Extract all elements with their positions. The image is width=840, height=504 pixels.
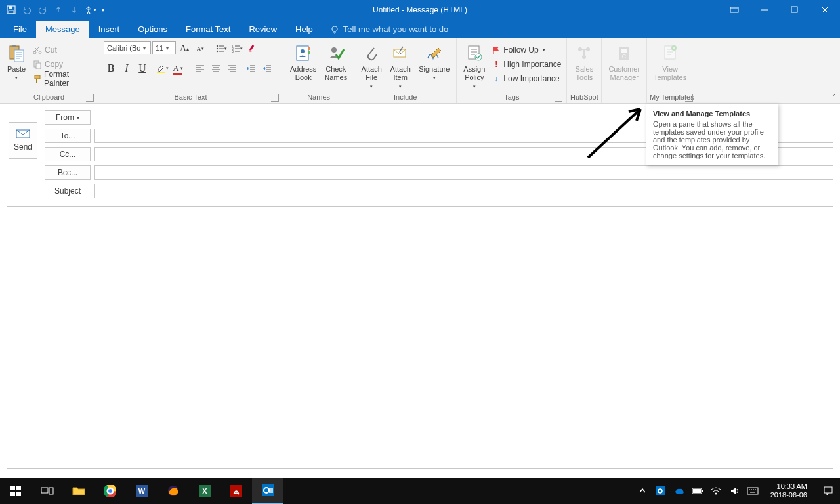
signature-button[interactable]: Signature ▾ (415, 41, 453, 83)
cc-button[interactable]: Cc... (45, 147, 91, 161)
tab-insert[interactable]: Insert (89, 21, 129, 38)
qat-customize-icon[interactable]: ▾ (98, 3, 108, 17)
font-size-combo[interactable]: 11▾ (152, 41, 176, 54)
acrobat-icon (230, 485, 242, 497)
group-label-hubspot: HubSpot (570, 92, 598, 103)
bcc-button[interactable]: Bcc... (45, 165, 91, 180)
low-importance-button[interactable]: ↓Low Importance (489, 72, 564, 86)
send-label: Send (14, 142, 32, 152)
bullets-button[interactable]: ▾ (214, 41, 228, 56)
maximize-button[interactable] (780, 0, 810, 20)
tab-format-text[interactable]: Format Text (177, 21, 240, 38)
accessibility-icon[interactable]: ▾ (83, 3, 97, 17)
dialog-launcher-icon[interactable] (271, 94, 279, 102)
taskbar-firefox[interactable] (158, 478, 189, 504)
tab-help[interactable]: Help (286, 21, 322, 38)
start-button[interactable] (0, 478, 32, 504)
subject-label: Subject (45, 186, 91, 196)
assign-policy-button[interactable]: Assign Policy▾ (459, 41, 489, 92)
dialog-launcher-icon[interactable] (685, 94, 693, 102)
save-icon[interactable] (4, 3, 18, 17)
exclamation-icon: ! (492, 60, 501, 69)
task-view-button[interactable] (32, 478, 63, 504)
tray-overflow-icon[interactable] (637, 485, 648, 497)
tray-outlook-icon[interactable] (655, 485, 667, 497)
format-painter-button[interactable]: Format Painter (30, 72, 95, 86)
italic-button[interactable]: I (119, 61, 134, 75)
undo-icon[interactable] (20, 3, 34, 17)
tab-file[interactable]: File (4, 21, 36, 38)
minimize-button[interactable] (749, 0, 780, 20)
previous-item-icon[interactable] (51, 3, 66, 17)
follow-up-button[interactable]: Follow Up▾ (489, 43, 564, 57)
paste-button[interactable]: Paste ▾ (3, 41, 30, 83)
subject-input[interactable] (94, 184, 833, 198)
next-item-icon[interactable] (67, 3, 81, 17)
collapse-ribbon-icon[interactable]: ˄ (833, 93, 836, 100)
taskbar: W X 10:33 AM 2018-06-06 (0, 478, 840, 504)
numbering-button[interactable]: 123▾ (230, 41, 244, 56)
svg-point-16 (217, 48, 218, 49)
from-button[interactable]: From▾ (45, 110, 91, 125)
folder-icon (72, 486, 85, 496)
ribbon-display-options-icon[interactable] (719, 0, 749, 20)
taskbar-acrobat[interactable] (220, 478, 252, 504)
signature-icon (424, 43, 445, 64)
tray-battery-icon[interactable] (692, 485, 704, 497)
tray-notifications-icon[interactable] (819, 485, 837, 497)
attach-item-button[interactable]: Attach Item▾ (386, 41, 415, 92)
high-importance-button[interactable]: !High Importance (489, 57, 564, 72)
tray-volume-icon[interactable] (728, 485, 740, 497)
decrease-indent-button[interactable] (244, 61, 259, 75)
lightbulb-icon (330, 25, 339, 34)
send-button[interactable]: Send (9, 122, 37, 159)
font-color-button[interactable]: A▾ (171, 61, 185, 75)
attach-file-button[interactable]: Attach File▾ (357, 41, 386, 92)
increase-indent-button[interactable] (260, 61, 274, 75)
align-left-button[interactable] (193, 61, 207, 75)
scissors-icon (33, 45, 42, 54)
sales-tools-button[interactable]: Sales Tools (570, 41, 598, 83)
dialog-launcher-icon[interactable] (555, 94, 562, 102)
task-view-icon (41, 486, 54, 495)
cut-button[interactable]: Cut (30, 43, 95, 57)
address-book-button[interactable]: Address Book (286, 41, 320, 83)
svg-point-17 (217, 51, 218, 52)
close-button[interactable] (810, 0, 840, 20)
redo-icon[interactable] (35, 3, 50, 17)
taskbar-outlook[interactable] (252, 478, 284, 504)
copy-button[interactable]: Copy (30, 57, 95, 72)
bcc-input[interactable] (94, 165, 833, 180)
group-label-clipboard: Clipboard (33, 93, 64, 101)
tray-keyboard-icon[interactable] (747, 485, 759, 497)
tab-message[interactable]: Message (36, 21, 89, 38)
tell-me-search[interactable]: Tell me what you want to do (322, 21, 456, 38)
taskbar-chrome[interactable] (94, 478, 126, 504)
message-body[interactable] (7, 206, 833, 469)
clear-formatting-button[interactable] (245, 41, 260, 56)
align-center-button[interactable] (209, 61, 223, 75)
tray-onedrive-icon[interactable] (673, 485, 685, 497)
bold-button[interactable]: B (104, 61, 118, 75)
tray-clock[interactable]: 10:33 AM 2018-06-06 (765, 482, 812, 499)
tab-options[interactable]: Options (129, 21, 177, 38)
underline-button[interactable]: U (135, 61, 150, 75)
view-templates-button[interactable]: View Templates (650, 41, 690, 83)
tab-review[interactable]: Review (240, 21, 286, 38)
highlight-button[interactable]: ▾ (155, 61, 169, 75)
align-right-button[interactable] (224, 61, 239, 75)
customer-manager-button[interactable]: C Customer Manager (604, 41, 644, 83)
check-names-button[interactable]: Check Names (320, 41, 351, 83)
shrink-font-button[interactable]: A▾ (193, 41, 207, 56)
text-cursor (14, 213, 14, 224)
font-name-combo[interactable]: Calibri (Bo▾ (104, 41, 151, 54)
taskbar-word[interactable]: W (126, 478, 158, 504)
paste-icon (6, 43, 27, 64)
taskbar-file-explorer[interactable] (63, 478, 94, 504)
title-bar: ▾ ▾ Untitled - Message (HTML) (0, 0, 840, 20)
taskbar-excel[interactable]: X (189, 478, 220, 504)
grow-font-button[interactable]: A▴ (177, 41, 192, 56)
tray-wifi-icon[interactable] (710, 485, 722, 497)
dialog-launcher-icon[interactable] (86, 94, 94, 102)
to-button[interactable]: To... (45, 129, 91, 143)
